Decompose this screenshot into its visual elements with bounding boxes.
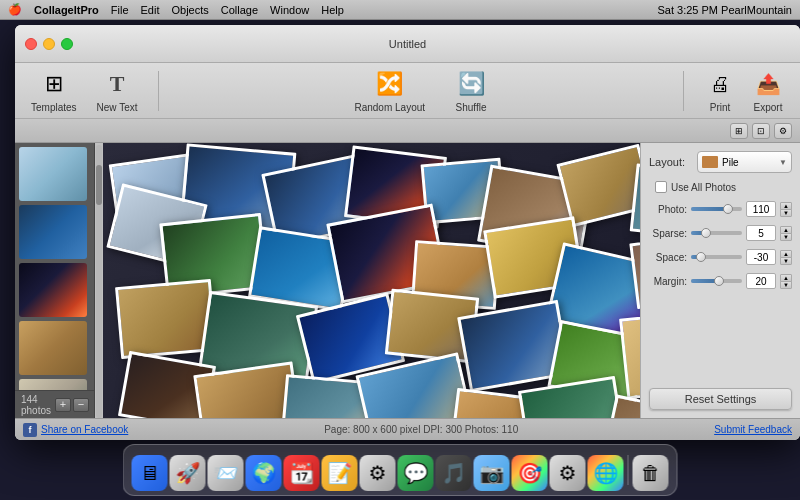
dock-icon-iphoto[interactable]: 📷 — [474, 455, 510, 491]
menu-edit[interactable]: Edit — [141, 4, 160, 16]
margin-slider-thumb[interactable] — [714, 276, 724, 286]
menu-collage[interactable]: Collage — [221, 4, 258, 16]
use-all-photos-checkbox[interactable] — [655, 181, 667, 193]
templates-icon: ⊞ — [38, 68, 70, 100]
space-stepper: ▲ ▼ — [780, 250, 792, 265]
use-all-photos-row: Use All Photos — [649, 181, 792, 193]
layout-section: Layout: Pile ▼ — [649, 151, 792, 173]
sparse-stepper: ▲ ▼ — [780, 226, 792, 241]
photo-slider-thumb[interactable] — [723, 204, 733, 214]
sparse-slider-track[interactable] — [691, 231, 742, 235]
close-button[interactable] — [25, 38, 37, 50]
title-bar: Untitled — [15, 25, 800, 63]
space-slider-track[interactable] — [691, 255, 742, 259]
sidebar-scrollbar[interactable] — [95, 143, 103, 418]
export-button[interactable]: 📤 Export — [752, 68, 784, 113]
toolbar-sep-1 — [158, 71, 159, 111]
thumbnail-4[interactable] — [19, 321, 87, 375]
menu-window[interactable]: Window — [270, 4, 309, 16]
dock-icon-notes[interactable]: 📝 — [322, 455, 358, 491]
minimize-button[interactable] — [43, 38, 55, 50]
add-remove-buttons: + − — [55, 398, 89, 412]
thumbnail-1[interactable] — [19, 147, 87, 201]
secondary-toolbar-actions: ⊞ ⊡ ⚙ — [730, 123, 792, 139]
menu-bar-clock: Sat 3:25 PM PearlMountain — [657, 4, 792, 16]
margin-slider-value: 20 — [746, 273, 776, 289]
reset-settings-button[interactable]: Reset Settings — [649, 388, 792, 410]
dock-icon-system-prefs[interactable]: ⚙ — [360, 455, 396, 491]
layout-value: Pile — [722, 157, 775, 168]
sparse-slider-label: Sparse: — [649, 228, 687, 239]
view-icon-1[interactable]: ⊞ — [730, 123, 748, 139]
view-icon-2[interactable]: ⊡ — [752, 123, 770, 139]
margin-stepper: ▲ ▼ — [780, 274, 792, 289]
shuffle-button[interactable]: 🔄 Shuffle — [455, 68, 487, 113]
dock-icon-itunes[interactable]: 🎵 — [436, 455, 472, 491]
submit-feedback-link[interactable]: Submit Feedback — [714, 424, 792, 435]
menu-bar: 🍎 CollageltPro File Edit Objects Collage… — [0, 0, 800, 20]
random-layout-icon: 🔀 — [374, 68, 406, 100]
photo-card[interactable] — [556, 144, 640, 228]
dock-icon-app-store[interactable]: 🎯 — [512, 455, 548, 491]
secondary-toolbar: ⊞ ⊡ ⚙ — [15, 119, 800, 143]
templates-button[interactable]: ⊞ Templates — [31, 68, 77, 113]
canvas-inner — [103, 143, 640, 418]
collage-container — [103, 143, 640, 418]
menu-help[interactable]: Help — [321, 4, 344, 16]
maximize-button[interactable] — [61, 38, 73, 50]
sidebar: 144 photos + − — [15, 143, 95, 418]
menu-file[interactable]: File — [111, 4, 129, 16]
use-all-photos-label: Use All Photos — [671, 182, 736, 193]
layout-row: Layout: Pile ▼ — [649, 151, 792, 173]
space-stepper-down[interactable]: ▼ — [780, 257, 792, 265]
dock-icon-mail[interactable]: 📨 — [208, 455, 244, 491]
scroll-thumb[interactable] — [96, 165, 102, 205]
dock-icon-trash[interactable]: 🗑 — [633, 455, 669, 491]
canvas-area[interactable] — [103, 143, 640, 418]
sparse-slider-value: 5 — [746, 225, 776, 241]
dock-icon-chrome[interactable]: 🌐 — [588, 455, 624, 491]
dock-separator — [628, 455, 629, 485]
app-window: Untitled ⊞ Templates T New Text 🔀 Random… — [15, 25, 800, 440]
space-slider-value: -30 — [746, 249, 776, 265]
margin-slider-track[interactable] — [691, 279, 742, 283]
apple-menu[interactable]: 🍎 — [8, 3, 22, 16]
dock-icon-finder[interactable]: 🖥 — [132, 455, 168, 491]
menu-app-name[interactable]: CollageltPro — [34, 4, 99, 16]
menu-objects[interactable]: Objects — [172, 4, 209, 16]
view-icon-3[interactable]: ⚙ — [774, 123, 792, 139]
space-slider-thumb[interactable] — [696, 252, 706, 262]
photo-slider-row: Photo: 110 ▲ ▼ — [649, 201, 792, 217]
add-photos-button[interactable]: + — [55, 398, 71, 412]
templates-label: Templates — [31, 102, 77, 113]
print-button[interactable]: 🖨 Print — [704, 68, 736, 113]
space-slider-row: Space: -30 ▲ ▼ — [649, 249, 792, 265]
thumbnail-5[interactable] — [19, 379, 87, 390]
photo-stepper-down[interactable]: ▼ — [780, 209, 792, 217]
status-left: f Share on Facebook — [23, 423, 128, 437]
layout-select[interactable]: Pile ▼ — [697, 151, 792, 173]
layout-label: Layout: — [649, 156, 691, 168]
dock-icon-safari[interactable]: 🌍 — [246, 455, 282, 491]
new-text-icon: T — [101, 68, 133, 100]
photo-card[interactable] — [518, 376, 626, 418]
dock-icon-launchpad[interactable]: 🚀 — [170, 455, 206, 491]
dock-icon-messages[interactable]: 💬 — [398, 455, 434, 491]
random-layout-button[interactable]: 🔀 Random Layout — [354, 68, 425, 113]
margin-slider-label: Margin: — [649, 276, 687, 287]
share-facebook-link[interactable]: Share on Facebook — [41, 424, 128, 435]
sidebar-footer: 144 photos + − — [15, 390, 94, 418]
thumbnail-3[interactable] — [19, 263, 87, 317]
sparse-slider-thumb[interactable] — [701, 228, 711, 238]
sparse-stepper-down[interactable]: ▼ — [780, 233, 792, 241]
dropdown-arrow: ▼ — [779, 158, 787, 167]
thumbnail-2[interactable] — [19, 205, 87, 259]
remove-photos-button[interactable]: − — [73, 398, 89, 412]
space-slider-label: Space: — [649, 252, 687, 263]
margin-stepper-down[interactable]: ▼ — [780, 281, 792, 289]
photo-slider-track[interactable] — [691, 207, 742, 211]
dock-icon-settings2[interactable]: ⚙ — [550, 455, 586, 491]
dock-icon-calendar[interactable]: 📆 — [284, 455, 320, 491]
new-text-button[interactable]: T New Text — [97, 68, 138, 113]
random-layout-label: Random Layout — [354, 102, 425, 113]
